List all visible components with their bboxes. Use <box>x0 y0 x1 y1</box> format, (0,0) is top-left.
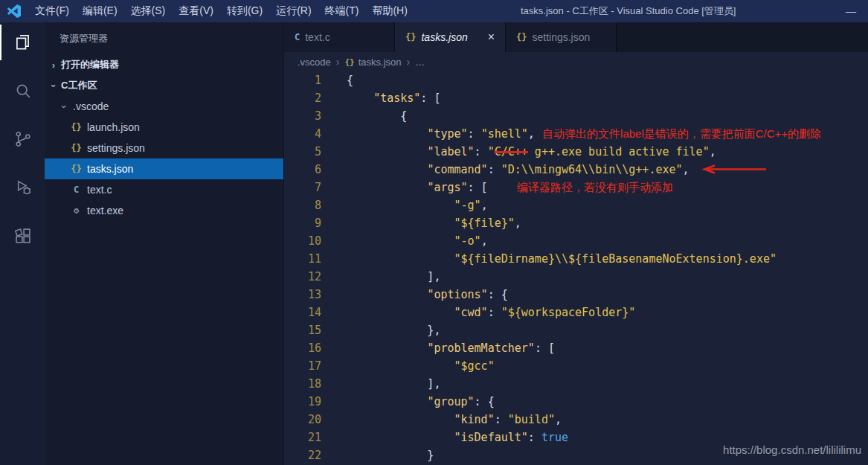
chevron-icon: › <box>48 81 60 90</box>
line-number: 8 <box>284 196 332 214</box>
line-number: 1 <box>284 71 332 89</box>
code-token <box>347 199 454 212</box>
code-token: C/C++ <box>495 145 528 158</box>
menu-item[interactable]: 转到(G) <box>220 0 269 22</box>
section-label: 打开的编辑器 <box>61 58 119 71</box>
code-token: : <box>488 163 501 176</box>
run-debug-icon[interactable] <box>0 170 45 205</box>
code-token: { <box>347 109 407 123</box>
code-token: true <box>541 431 568 444</box>
minimize-button[interactable]: — <box>834 0 868 22</box>
code-line[interactable]: 14 "cwd": "${workspaceFolder}" <box>284 304 868 321</box>
line-number: 16 <box>284 339 332 357</box>
code-line[interactable]: 4 "type": "shell", 自动弹出的文件label是错误的，需要把前… <box>284 125 868 143</box>
code-line-content: "isDefault": true <box>332 429 568 446</box>
code-line-content: "${file}", <box>332 214 521 232</box>
code-token: ], <box>347 377 440 391</box>
menu-item[interactable]: 帮助(H) <box>365 0 414 22</box>
tree-item-launch-json[interactable]: {}launch.json <box>45 117 283 138</box>
code-token: "cwd" <box>454 306 488 319</box>
menu-item[interactable]: 文件(F) <box>28 0 76 22</box>
code-token: "options" <box>427 288 487 301</box>
line-number: 11 <box>284 250 332 268</box>
code-line[interactable]: 16 "problemMatcher": [ <box>284 339 868 357</box>
line-number: 18 <box>284 375 332 393</box>
code-line[interactable]: 3 { <box>284 107 868 125</box>
tree-item-vscode[interactable]: ›.vscode <box>45 96 283 117</box>
code-line-content: "args": [ 编译器路径，若没有则手动添加 <box>332 179 673 196</box>
menu-item[interactable]: 编辑(E) <box>76 0 124 22</box>
tab-text-c[interactable]: Ctext.c <box>284 22 395 52</box>
code-token: ], <box>347 270 440 283</box>
red-arrow-annotation <box>702 161 768 179</box>
line-number: 12 <box>284 268 332 286</box>
breadcrumb-item[interactable]: … <box>415 57 425 68</box>
line-number: 9 <box>284 214 332 232</box>
tree-item-tasks-json[interactable]: {}tasks.json <box>45 158 283 179</box>
code-line[interactable]: 19 "group": { <box>284 393 868 411</box>
code-line-content: } <box>332 446 434 464</box>
code-token: : [ <box>420 92 440 105</box>
code-line[interactable]: 8 "-g", <box>284 196 868 214</box>
code-token: , <box>481 199 488 212</box>
breadcrumb-label: … <box>415 57 425 68</box>
extensions-icon[interactable] <box>0 218 45 254</box>
code-line[interactable]: 2 "tasks": [ <box>284 89 868 107</box>
section-open-editors[interactable]: ›打开的编辑器 <box>45 54 283 75</box>
code-line[interactable]: 12 ], <box>284 268 868 286</box>
menu-item[interactable]: 运行(R) <box>269 0 318 22</box>
code-line-content: "tasks": [ <box>332 89 440 107</box>
code-token <box>347 288 427 301</box>
code-line[interactable]: 9 "${file}", <box>284 214 868 232</box>
code-line[interactable]: 7 "args": [ 编译器路径，若没有则手动添加 <box>284 179 868 196</box>
code-token: "group" <box>427 395 474 408</box>
menu-item[interactable]: 终端(T) <box>318 0 366 22</box>
code-line[interactable]: 10 "-o", <box>284 232 868 250</box>
code-editor[interactable]: 1{2 "tasks": [3 {4 "type": "shell", 自动弹出… <box>284 71 868 465</box>
code-line-content: "options": { <box>332 286 508 304</box>
menu-item[interactable]: 查看(V) <box>172 0 220 22</box>
tree-item-text-c[interactable]: Ctext.c <box>45 179 283 200</box>
code-token: : { <box>488 288 508 301</box>
line-number: 5 <box>284 143 332 161</box>
code-token: : <box>495 413 508 426</box>
tree-item-settings-json[interactable]: {}settings.json <box>45 138 283 158</box>
line-number: 21 <box>284 429 332 446</box>
code-line[interactable]: 5 "label": "C/C++ g++.exe build active f… <box>284 143 868 161</box>
line-number: 7 <box>284 179 332 196</box>
breadcrumb-item[interactable]: {}tasks.json <box>344 57 401 68</box>
breadcrumb-item[interactable]: .vscode <box>298 57 331 68</box>
code-token: " <box>488 145 495 158</box>
source-control-icon[interactable] <box>0 121 45 157</box>
tab-settings-json[interactable]: {}settings.json <box>506 22 617 52</box>
code-line[interactable]: 20 "kind": "build", <box>284 411 868 429</box>
code-line[interactable]: 13 "options": { <box>284 286 868 304</box>
tree-item-text-exe[interactable]: ⚙text.exe <box>45 200 283 221</box>
code-token <box>347 359 454 373</box>
menu-item[interactable]: 选择(S) <box>124 0 173 22</box>
explorer-icon[interactable] <box>0 25 45 60</box>
section-workspace[interactable]: ›C工作区 <box>45 75 283 96</box>
exe-file-icon: ⚙ <box>70 205 83 216</box>
tree-item-label: .vscode <box>73 100 109 112</box>
code-token: , <box>481 234 488 248</box>
code-token: , <box>515 217 521 230</box>
annotation-note: 编译器路径，若没有则手动添加 <box>492 181 673 193</box>
code-line[interactable]: 1{ <box>284 71 868 89</box>
code-line-content: "kind": "build", <box>332 411 562 429</box>
code-token: "${file}" <box>454 217 515 230</box>
code-token <box>347 163 427 176</box>
code-line[interactable]: 6 "command": "D:\\mingw64\\bin\\g++.exe"… <box>284 161 868 179</box>
code-line[interactable]: 18 ], <box>284 375 868 393</box>
code-line[interactable]: 15 }, <box>284 321 868 339</box>
editor-group: Ctext.c{}tasks.json×{}settings.json .vsc… <box>283 22 868 465</box>
search-icon[interactable] <box>0 73 45 109</box>
code-line-content: { <box>332 71 353 89</box>
code-line[interactable]: 17 "$gcc" <box>284 357 868 375</box>
code-token: "${fileDirname}\\${fileBasenameNoExtensi… <box>454 252 777 266</box>
tree-item-label: settings.json <box>87 142 145 154</box>
code-line[interactable]: 11 "${fileDirname}\\${fileBasenameNoExte… <box>284 250 868 268</box>
close-icon[interactable]: × <box>480 31 495 44</box>
tab-tasks-json[interactable]: {}tasks.json× <box>395 22 506 52</box>
tab-label: text.c <box>305 31 329 43</box>
